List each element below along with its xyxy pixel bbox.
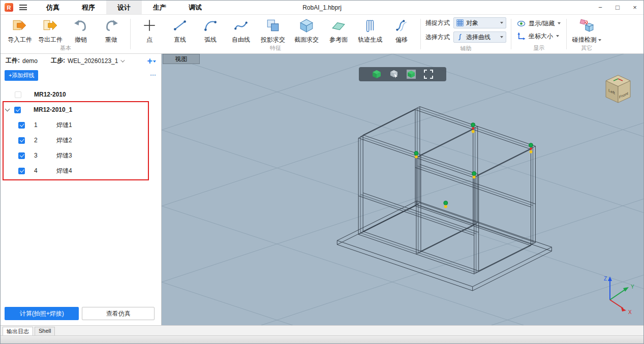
title-bar: R 仿真 程序 设计 生产 调试 RobAI_1.hbprj − □ × <box>1 1 643 15</box>
reference-plane-button[interactable]: 参考面 <box>323 16 354 44</box>
tool-label: 弧线 <box>204 36 217 44</box>
offset-tool-button[interactable]: 偏移 <box>386 16 417 44</box>
tree-item-weld-3[interactable]: 3 焊缝3 <box>1 148 161 163</box>
projection-intersect-button[interactable]: 投影求交 <box>256 16 290 44</box>
tree-item-weld-2[interactable]: 2 焊缝2 <box>1 133 161 148</box>
import-workpiece-button[interactable]: 导入工件 <box>5 16 35 44</box>
tab-view[interactable]: 视图 <box>163 54 200 64</box>
checkbox[interactable] <box>18 152 25 159</box>
tool-label: 自由线 <box>232 36 250 44</box>
more-options-button[interactable]: ⋯ <box>150 72 157 79</box>
base-plate <box>337 201 551 291</box>
chevron-down-icon[interactable] <box>121 58 125 62</box>
select-mode-value: 选择曲线 <box>466 33 498 42</box>
close-button[interactable]: × <box>626 1 643 14</box>
weld-index: 2 <box>34 137 51 144</box>
export-workpiece-button[interactable]: 导出工件 <box>35 16 66 44</box>
shaded-edges-view-icon[interactable] <box>406 69 416 79</box>
redo-button[interactable]: 重做 <box>96 16 127 44</box>
chevron-down-icon <box>500 36 503 40</box>
checkbox[interactable] <box>14 107 21 113</box>
checkbox[interactable] <box>18 122 25 129</box>
group-label-display: 显示 <box>515 44 563 53</box>
ribbon-separator <box>130 19 131 49</box>
ribbon-group-display: 显示/隐藏 坐标大小 显示 <box>513 15 565 53</box>
coord-size-button[interactable]: 坐标大小 <box>517 32 561 41</box>
import-icon <box>12 18 27 35</box>
export-icon <box>43 18 58 35</box>
3d-scene[interactable] <box>162 54 643 325</box>
tab-shell[interactable]: Shell <box>35 327 55 335</box>
add-step-button[interactable]: + <box>147 56 156 66</box>
show-hide-button[interactable]: 显示/隐藏 <box>517 19 561 28</box>
menu-tab-design[interactable]: 设计 <box>106 1 142 14</box>
window-title: RobAI_1.hbprj <box>302 4 342 11</box>
minimize-button[interactable]: − <box>592 1 609 14</box>
section-intersect-button[interactable]: 截面求交 <box>290 16 323 44</box>
add-weld-line-button[interactable]: +添加焊线 <box>5 70 38 81</box>
tree-item-mr12-2010-1[interactable]: MR12-2010_1 <box>1 102 161 117</box>
snap-mode-label: 捕捉方式 <box>425 19 450 27</box>
ribbon-group-other: 碰撞检测 其它 <box>568 15 605 53</box>
group-label-basic: 基本 <box>5 44 127 53</box>
app-window: R 仿真 程序 设计 生产 调试 RobAI_1.hbprj − □ × 导入工… <box>0 0 644 344</box>
free-line-tool-button[interactable]: 自由线 <box>226 16 256 44</box>
redo-icon <box>104 18 119 35</box>
add-weld-row: +添加焊线 ⋯ <box>1 68 161 83</box>
weld-label: 焊缝4 <box>56 167 72 175</box>
tree-item-mr12-2010[interactable]: MR12-2010 <box>1 87 161 102</box>
view-cube[interactable]: Left Front <box>603 74 633 107</box>
weld-label: 焊缝2 <box>56 136 72 145</box>
left-panel: 工件: demo 工步: WEL_20260123_1 + +添加焊线 ⋯ MR… <box>1 54 162 325</box>
arc-icon <box>203 18 218 35</box>
bottom-tab-bar: 输出日志 Shell <box>1 325 643 335</box>
wireframe-view-icon[interactable] <box>389 69 399 79</box>
select-mode-select[interactable]: 选择曲线 <box>453 32 506 43</box>
fit-view-icon[interactable] <box>423 69 434 79</box>
maximize-button[interactable]: □ <box>609 1 626 14</box>
panel-header: 工件: demo 工步: WEL_20260123_1 + <box>1 54 161 68</box>
snap-mode-select[interactable]: 对象 <box>453 17 506 28</box>
wireframe-model <box>337 107 551 291</box>
ribbon-separator <box>420 19 421 49</box>
ribbon-group-aux: 捕捉方式 对象 选择方式 选择曲线 辅助 <box>422 15 509 53</box>
tree-item-weld-4[interactable]: 4 焊缝4 <box>1 163 161 178</box>
y-axis-label: Y <box>631 284 634 290</box>
z-axis-label: Z <box>604 276 607 282</box>
chevron-down-icon <box>153 60 156 64</box>
collision-detect-button[interactable]: 碰撞检测 <box>570 16 603 44</box>
tree-item-weld-1[interactable]: 1 焊缝1 <box>1 117 161 133</box>
shaded-view-icon[interactable] <box>372 69 382 79</box>
step-select[interactable]: WEL_20260123_1 <box>68 57 118 65</box>
undo-button[interactable]: 撤销 <box>66 16 96 44</box>
view-simulation-button[interactable]: 查看仿真 <box>82 307 155 320</box>
viewport-3d[interactable]: 视图 <box>162 54 643 325</box>
trajectory-generate-button[interactable]: 轨迹生成 <box>354 16 386 44</box>
menu-tab-production[interactable]: 生产 <box>142 1 177 14</box>
x-axis-label: X <box>628 309 632 315</box>
weld-tree: MR12-2010 MR12-2010_1 1 焊缝1 2 焊缝2 <box>1 83 161 178</box>
checkbox[interactable] <box>18 168 25 174</box>
arc-tool-button[interactable]: 弧线 <box>195 16 226 44</box>
menu-tab-simulation[interactable]: 仿真 <box>35 1 71 14</box>
tool-label: 截面求交 <box>294 36 319 44</box>
window-controls: − □ × <box>592 1 643 14</box>
step-label: 工步: <box>51 56 65 65</box>
coord-size-label: 坐标大小 <box>529 32 553 41</box>
ribbon-separator <box>566 19 567 49</box>
calculate-button[interactable]: 计算(拍照+焊接) <box>5 307 79 320</box>
projection-icon <box>265 18 281 35</box>
point-tool-button[interactable]: 点 <box>134 16 165 44</box>
tab-output-log[interactable]: 输出日志 <box>3 327 33 335</box>
hamburger-menu-icon[interactable] <box>19 5 27 10</box>
menu-tab-program[interactable]: 程序 <box>71 1 106 14</box>
coordinate-axes-icon <box>517 32 526 41</box>
workpiece-value: demo <box>22 57 38 65</box>
checkbox[interactable] <box>18 137 25 144</box>
line-tool-button[interactable]: 直线 <box>165 16 195 44</box>
chevron-down-icon <box>598 39 601 43</box>
checkbox[interactable] <box>15 91 21 98</box>
chevron-down-icon[interactable] <box>5 107 10 112</box>
offset-icon <box>394 18 409 35</box>
menu-tab-debug[interactable]: 调试 <box>177 1 213 14</box>
